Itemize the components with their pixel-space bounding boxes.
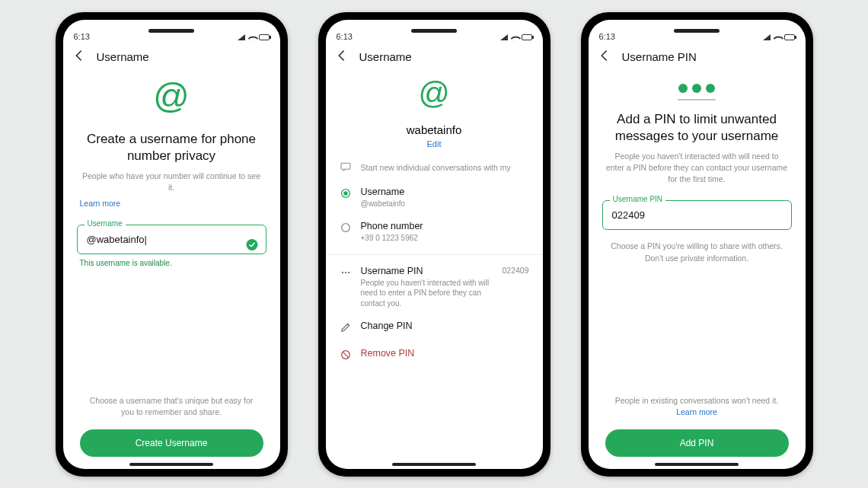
pencil-icon — [340, 321, 352, 336]
page-title: Add a PIN to limit unwanted messages to … — [607, 111, 787, 145]
pin-field-wrap: Username PIN 022409 — [602, 200, 792, 230]
screen-1: 6:13 Username @ Create a username for ph… — [63, 20, 280, 469]
username-pin-row[interactable]: Username PIN People you haven't interact… — [340, 260, 529, 315]
option-username[interactable]: Username @wabetainfo — [340, 180, 529, 215]
change-pin-row[interactable]: Change PIN — [340, 314, 529, 342]
status-indicators — [500, 33, 532, 41]
phone-frame-2: 6:13 Username @ wabetainfo Edit — [318, 12, 550, 477]
page-subtitle: People you haven't interacted with will … — [605, 151, 789, 186]
footnote: People in existing conversations won't n… — [608, 395, 786, 418]
phone-homebar — [129, 463, 213, 466]
screen-2: 6:13 Username @ wabetainfo Edit — [326, 20, 543, 469]
phone-frame-3: 6:13 Username PIN Add a PIN to limit unw… — [581, 12, 813, 477]
app-bar: Username PIN — [589, 43, 806, 73]
remove-pin-title: Remove PIN — [361, 348, 529, 359]
svg-point-8 — [344, 271, 346, 273]
pin-dots-icon — [602, 73, 792, 99]
pin-input[interactable]: 022409 — [602, 200, 792, 230]
screen3-content: Add a PIN to limit unwanted messages to … — [589, 73, 806, 469]
change-pin-title: Change PIN — [361, 321, 529, 331]
option-phone-sub: +39 0 1223 5962 — [361, 233, 529, 244]
appbar-title: Username — [359, 50, 412, 63]
username-input[interactable]: @wabetainfo| — [77, 225, 266, 254]
chat-icon — [340, 161, 352, 174]
screen1-content: @ Create a username for phone number pri… — [63, 73, 280, 469]
page-subtitle: People who have your number will continu… — [80, 171, 263, 193]
option-phone[interactable]: Phone number +39 0 1223 5962 — [340, 215, 529, 250]
phone-speaker — [674, 29, 720, 33]
radio-unselected-icon — [340, 221, 352, 236]
app-bar: Username — [63, 43, 280, 73]
phone-speaker — [411, 29, 457, 33]
learn-more-link[interactable]: Learn more — [80, 199, 121, 208]
at-icon: @ — [340, 73, 529, 120]
screen2-content: @ wabetainfo Edit Start new individual c… — [326, 73, 543, 469]
status-time: 6:13 — [74, 32, 90, 41]
back-arrow-icon[interactable] — [72, 49, 86, 65]
signal-icon — [238, 34, 245, 40]
svg-point-7 — [341, 271, 343, 273]
pin-underline — [678, 99, 716, 100]
phone-homebar — [392, 463, 476, 466]
radio-selected-icon — [340, 187, 352, 202]
screen-3: 6:13 Username PIN Add a PIN to limit unw… — [589, 20, 806, 469]
back-arrow-icon[interactable] — [335, 49, 349, 65]
battery-icon — [784, 34, 795, 40]
status-indicators — [238, 33, 270, 41]
remove-pin-row[interactable]: Remove PIN — [340, 342, 529, 369]
signal-icon — [763, 34, 771, 40]
footnote: Choose a username that's unique but easy… — [83, 395, 260, 418]
subtitle-text: People who have your number will continu… — [82, 171, 260, 192]
svg-point-9 — [347, 271, 349, 273]
svg-rect-3 — [341, 163, 350, 169]
pin-field-label: Username PIN — [610, 195, 666, 203]
status-time: 6:13 — [599, 32, 615, 41]
pin-helper: Choose a PIN you're willing to share wit… — [608, 241, 786, 263]
section-label-text: Start new individual conversations with … — [361, 163, 511, 172]
svg-point-6 — [341, 224, 349, 232]
pin-input-value: 022409 — [612, 209, 645, 221]
battery-icon — [522, 34, 532, 40]
pin-icon — [340, 266, 352, 281]
app-bar: Username — [326, 43, 543, 73]
option-username-title: Username — [361, 187, 529, 197]
appbar-title: Username PIN — [622, 50, 697, 63]
display-name: wabetainfo — [340, 123, 529, 136]
svg-text:@: @ — [418, 76, 449, 110]
pin-row-sub: People you haven't interacted with will … — [361, 278, 493, 309]
back-arrow-icon[interactable] — [598, 49, 611, 65]
svg-point-1 — [246, 239, 257, 250]
divider — [326, 254, 543, 255]
pin-row-title: Username PIN — [361, 266, 493, 276]
check-icon — [245, 238, 259, 254]
username-field-label: Username — [85, 219, 126, 228]
username-input-value: @wabetainfo| — [87, 234, 147, 245]
svg-text:@: @ — [153, 76, 190, 116]
add-pin-button[interactable]: Add PIN — [605, 429, 789, 457]
create-username-button[interactable]: Create Username — [80, 429, 263, 457]
status-indicators — [763, 33, 795, 41]
pin-helper-2: Don't use private information. — [645, 254, 748, 263]
svg-point-5 — [343, 191, 347, 195]
section-label: Start new individual conversations with … — [340, 161, 529, 174]
option-username-sub: @wabetainfo — [361, 199, 529, 209]
page-title: Create a username for phone number priva… — [81, 131, 262, 164]
option-phone-title: Phone number — [361, 221, 529, 231]
phone-frame-1: 6:13 Username @ Create a username for ph… — [56, 12, 288, 477]
phone-speaker — [148, 29, 194, 33]
username-field-wrap: Username @wabetainfo| This username is a… — [77, 225, 266, 267]
pin-row-value: 022409 — [502, 266, 528, 275]
learn-more-link[interactable]: Learn more — [676, 407, 717, 416]
battery-icon — [259, 34, 270, 40]
learn-more-row: Learn more — [80, 198, 263, 209]
phone-homebar — [655, 463, 739, 466]
edit-link[interactable]: Edit — [340, 139, 529, 148]
svg-line-11 — [343, 352, 348, 358]
appbar-title: Username — [97, 50, 149, 63]
at-icon: @ — [77, 73, 266, 126]
pin-helper-1: Choose a PIN you're willing to share wit… — [611, 241, 783, 250]
status-time: 6:13 — [337, 32, 353, 41]
signal-icon — [500, 34, 508, 40]
footnote-text: People in existing conversations won't n… — [615, 396, 778, 405]
username-helper: This username is available. — [77, 259, 266, 267]
